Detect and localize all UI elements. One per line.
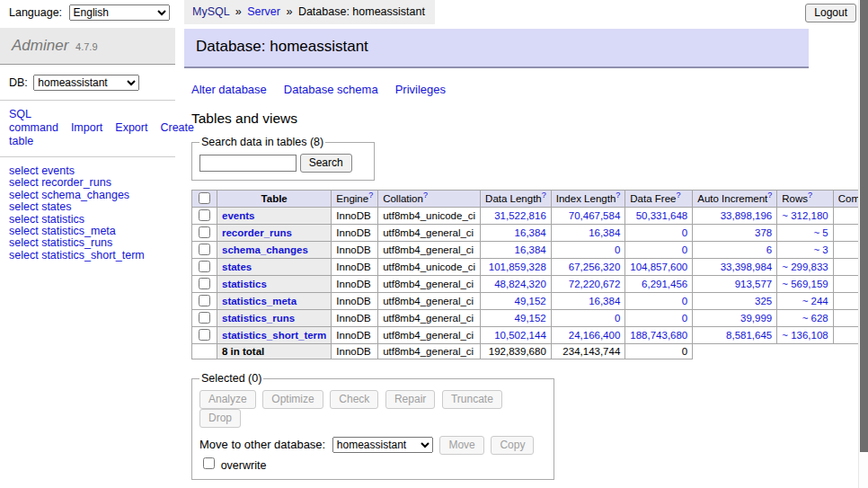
sql-command-link[interactable]: SQL command xyxy=(9,108,58,134)
row-checkbox[interactable] xyxy=(199,295,210,306)
overwrite-checkbox[interactable] xyxy=(203,457,215,469)
row-checkbox[interactable] xyxy=(199,312,210,324)
export-link[interactable]: Export xyxy=(115,121,147,134)
table-name-link[interactable]: schema_changes xyxy=(222,244,308,255)
index-length-link[interactable]: 67,256,320 xyxy=(556,262,621,272)
sidebar-select-table-link[interactable]: select statistics_short_term xyxy=(9,250,175,262)
help-icon[interactable]: ? xyxy=(616,191,620,200)
sidebar-select-table-link[interactable]: select states xyxy=(9,201,175,213)
logout-button[interactable]: Logout xyxy=(805,4,856,22)
table-name-link[interactable]: recorder_runs xyxy=(222,227,292,238)
rows-link[interactable]: ~ 3 xyxy=(782,244,828,255)
rows-link[interactable]: ~ 312,180 xyxy=(782,210,828,221)
breadcrumb-mysql-link[interactable]: MySQL xyxy=(192,5,229,18)
rows-link[interactable]: ~ 299,833 xyxy=(782,262,828,272)
search-legend: Search data in tables (8) xyxy=(199,136,325,148)
data-free-link[interactable]: 188,743,680 xyxy=(630,330,687,341)
rows-link[interactable]: ~ 569,159 xyxy=(782,279,828,289)
auto-increment-link[interactable]: 6 xyxy=(697,244,772,255)
engine-cell: InnoDB xyxy=(332,208,378,225)
alter-database-link[interactable]: Alter database xyxy=(191,83,267,96)
help-icon[interactable]: ? xyxy=(423,191,428,200)
database-schema-link[interactable]: Database schema xyxy=(284,83,378,96)
data-free-link[interactable]: 0 xyxy=(630,296,687,306)
data-length-link[interactable]: 48,824,320 xyxy=(485,279,546,289)
rows-cell: ~ 312,180 xyxy=(777,208,833,225)
help-icon[interactable]: ? xyxy=(676,191,680,200)
table-name-link[interactable]: events xyxy=(222,210,254,221)
data-free-link[interactable]: 104,857,600 xyxy=(630,262,687,272)
rows-cell: ~ 569,159 xyxy=(777,276,833,293)
scrollbar-track[interactable] xyxy=(858,0,868,488)
rows-link[interactable]: ~ 244 xyxy=(782,296,828,306)
help-icon[interactable]: ? xyxy=(368,191,373,200)
engine-cell: InnoDB xyxy=(332,259,378,276)
sidebar-select-table-link[interactable]: select statistics_runs xyxy=(9,237,175,249)
data-length-link[interactable]: 101,859,328 xyxy=(485,262,546,272)
index-length-link[interactable]: 70,467,584 xyxy=(556,210,621,221)
row-checkbox[interactable] xyxy=(199,261,210,272)
row-checkbox[interactable] xyxy=(199,226,210,238)
sidebar-select-table-link[interactable]: select statistics_meta xyxy=(9,226,175,237)
data-free-link[interactable]: 0 xyxy=(630,313,687,324)
overwrite-label[interactable]: overwrite xyxy=(221,459,267,472)
table-name-link[interactable]: states xyxy=(222,262,252,272)
index-length-link[interactable]: 16,384 xyxy=(556,296,621,306)
row-checkbox[interactable] xyxy=(199,244,210,255)
sidebar-select-table-link[interactable]: select recorder_runs xyxy=(9,177,175,189)
search-button[interactable]: Search xyxy=(300,154,352,173)
data-length-link[interactable]: 49,152 xyxy=(485,313,546,324)
rows-link[interactable]: ~ 5 xyxy=(782,227,828,238)
auto-increment-link[interactable]: 33,898,196 xyxy=(697,210,772,221)
data-length-link[interactable]: 49,152 xyxy=(485,296,546,306)
data-free-link[interactable]: 0 xyxy=(630,244,687,255)
scrollbar-thumb[interactable] xyxy=(860,0,868,452)
data-length-link[interactable]: 10,502,144 xyxy=(485,330,546,341)
data-length-link[interactable]: 31,522,816 xyxy=(485,210,546,221)
app-version[interactable]: 4.7.9 xyxy=(75,41,97,52)
index-length-link[interactable]: 16,384 xyxy=(556,227,621,238)
row-checkbox[interactable] xyxy=(199,278,210,289)
auto-increment-link[interactable]: 378 xyxy=(697,227,772,238)
data-free-link[interactable]: 50,331,648 xyxy=(630,210,687,221)
table-name-link[interactable]: statistics_short_term xyxy=(222,330,326,341)
auto-increment-link[interactable]: 325 xyxy=(697,296,772,306)
db-row: DB: homeassistant xyxy=(0,65,175,101)
rows-link[interactable]: ~ 136,108 xyxy=(782,330,828,341)
table-name-link[interactable]: statistics_meta xyxy=(222,296,297,306)
sidebar-select-table-link[interactable]: select schema_changes xyxy=(9,190,175,201)
rows-cell: ~ 628 xyxy=(777,310,833,327)
help-icon[interactable]: ? xyxy=(767,191,772,200)
language-select[interactable]: English xyxy=(69,4,170,21)
index-length-link[interactable]: 0 xyxy=(556,313,621,324)
help-icon[interactable]: ? xyxy=(542,191,546,200)
data-free-link[interactable]: 6,291,456 xyxy=(630,279,687,289)
row-checkbox[interactable] xyxy=(199,209,210,221)
data-length-link[interactable]: 16,384 xyxy=(485,244,546,255)
breadcrumb-server-link[interactable]: Server xyxy=(247,5,280,18)
index-length-link[interactable]: 0 xyxy=(556,244,621,255)
search-input[interactable] xyxy=(199,155,297,172)
select-all-checkbox[interactable] xyxy=(199,192,210,204)
auto-increment-link[interactable]: 33,398,984 xyxy=(697,262,772,272)
auto-increment-link[interactable]: 913,577 xyxy=(697,279,772,289)
table-name-link[interactable]: statistics_runs xyxy=(222,313,295,324)
auto-increment-cell: 913,577 xyxy=(693,276,777,293)
index-length-link[interactable]: 72,220,672 xyxy=(556,279,621,289)
privileges-link[interactable]: Privileges xyxy=(395,83,446,96)
db-select[interactable]: homeassistant xyxy=(33,75,139,91)
help-icon[interactable]: ? xyxy=(808,191,812,200)
table-name-link[interactable]: statistics xyxy=(222,279,267,289)
index-length-link[interactable]: 24,166,400 xyxy=(556,330,621,341)
auto-increment-link[interactable]: 39,999 xyxy=(697,313,772,324)
data-length-link[interactable]: 16,384 xyxy=(485,227,546,238)
data-free-link[interactable]: 0 xyxy=(630,227,687,238)
sidebar-select-table-link[interactable]: select statistics xyxy=(9,214,175,226)
sidebar-select-table-link[interactable]: select events xyxy=(9,165,175,177)
row-checkbox[interactable] xyxy=(199,329,210,341)
auto-increment-link[interactable]: 8,581,645 xyxy=(697,330,772,341)
drop-button: Drop xyxy=(199,409,241,428)
import-link[interactable]: Import xyxy=(71,121,102,134)
move-database-select[interactable]: homeassistant xyxy=(332,437,433,453)
rows-link[interactable]: ~ 628 xyxy=(782,313,828,324)
